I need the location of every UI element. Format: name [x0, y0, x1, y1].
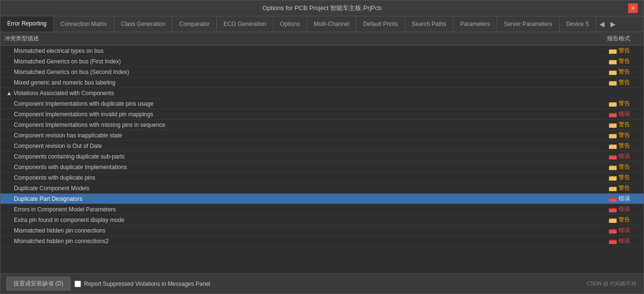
tab-server-parameters[interactable]: Server Parameters: [497, 16, 560, 32]
tab-search-paths[interactable]: Search Paths: [405, 16, 453, 32]
col-report-header: 报告格式: [582, 35, 640, 43]
row-badge: 警告: [582, 184, 640, 192]
table-row[interactable]: Errors in Component Model Parameters 错误: [0, 204, 644, 215]
svg-rect-13: [609, 177, 617, 181]
svg-rect-8: [609, 124, 617, 128]
dialog-title: Options for PCB Project 智能车主板.PrjPcb: [16, 4, 628, 12]
bottom-bar: 设置成安装缺省 (D) Report Suppressed Violations…: [0, 273, 644, 294]
svg-rect-11: [609, 156, 617, 159]
group-label: ▲ Violations Associated with Components: [4, 90, 640, 97]
row-label: Component revision has inapplicable stat…: [4, 132, 582, 139]
tab-eco-generation[interactable]: ECO Generation: [217, 16, 274, 32]
row-badge: 警告: [582, 99, 640, 108]
table-row[interactable]: Mismatched Generics on bus (Second Index…: [0, 67, 644, 77]
tab-device-s[interactable]: Device S: [560, 16, 596, 32]
suppress-violations-checkbox[interactable]: [74, 281, 81, 287]
row-badge: 警告: [582, 173, 640, 182]
col-description-header: 冲突类型描述: [4, 35, 582, 43]
set-default-button[interactable]: 设置成安装缺省 (D): [6, 277, 71, 291]
tab-error-reporting[interactable]: Error Reporting: [0, 16, 54, 32]
svg-rect-15: [609, 198, 617, 202]
table-row[interactable]: Mismatched hidden pin connections 错误: [0, 225, 644, 236]
tab-connection-matrix[interactable]: Connection Matrix: [54, 16, 114, 32]
row-badge: 错误: [582, 205, 640, 213]
svg-rect-9: [609, 135, 617, 138]
row-label: Mixed generic and numeric bus labeling: [4, 79, 582, 86]
svg-rect-2: [609, 50, 617, 54]
tab-parameters[interactable]: Parameters: [453, 16, 497, 32]
tab-scroll-right[interactable]: ▶: [608, 16, 619, 32]
row-label: Components containing duplicate sub-part…: [4, 153, 582, 160]
row-badge: 警告: [582, 216, 640, 224]
row-label: Mismatched electrical types on bus: [4, 48, 582, 54]
table-header: 冲突类型描述 报告格式: [0, 32, 644, 46]
tab-scroll-left[interactable]: ◀: [596, 16, 608, 32]
svg-rect-10: [609, 146, 617, 149]
table-row[interactable]: Components containing duplicate sub-part…: [0, 151, 644, 162]
row-badge: 警告: [582, 68, 640, 76]
table-body[interactable]: Mismatched electrical types on bus 警告 Mi…: [0, 46, 644, 273]
row-label: Components with duplicate Implementation…: [4, 164, 582, 171]
svg-rect-5: [609, 82, 617, 86]
table-row[interactable]: Mismatched electrical types on bus 警告: [0, 46, 644, 56]
row-label: Extra pin found in component display mod…: [4, 217, 582, 223]
tab-default-prints[interactable]: Default Prints: [357, 16, 405, 32]
svg-rect-19: [609, 241, 617, 244]
table-row-selected[interactable]: Duplicate Part Designators 错误: [0, 194, 644, 204]
table-row[interactable]: Component revision has inapplicable stat…: [0, 130, 644, 141]
row-badge: 警告: [582, 78, 640, 86]
row-badge: 警告: [582, 121, 640, 129]
svg-rect-18: [609, 230, 617, 233]
row-badge: 错误: [582, 226, 640, 234]
row-badge: 错误: [582, 237, 640, 245]
table-row[interactable]: Mixed generic and numeric bus labeling 警…: [0, 77, 644, 88]
tab-options[interactable]: Options: [274, 16, 307, 32]
svg-rect-6: [609, 103, 617, 107]
row-label: Component Implementations with missing p…: [4, 122, 582, 128]
tab-comparator[interactable]: Comparator: [172, 16, 216, 32]
row-badge: 错误: [582, 152, 640, 160]
close-button[interactable]: ×: [628, 3, 638, 13]
table-row[interactable]: Component Implementations with invalid p…: [0, 109, 644, 120]
row-label: Duplicate Part Designators: [4, 196, 582, 202]
row-badge: 警告: [582, 47, 640, 55]
row-label: Errors in Component Model Parameters: [4, 206, 582, 213]
row-badge: 警告: [582, 57, 640, 65]
table-row[interactable]: Component Implementations with duplicate…: [0, 98, 644, 109]
row-label: Component Implementations with invalid p…: [4, 111, 582, 118]
table-row[interactable]: Component revision is Out of Date 警告: [0, 141, 644, 151]
row-label: Components with duplicate pins: [4, 174, 582, 181]
svg-rect-3: [609, 61, 617, 64]
row-label: Mismatched Generics on bus (First Index): [4, 58, 582, 65]
checkbox-row: Report Suppressed Violations in Messages…: [74, 281, 210, 287]
row-badge: 错误: [582, 195, 640, 203]
svg-rect-16: [609, 209, 617, 212]
table-row[interactable]: Duplicate Component Models 警告: [0, 183, 644, 194]
table-row-group[interactable]: ▲ Violations Associated with Components: [0, 88, 644, 98]
table-row[interactable]: Mismatched Generics on bus (First Index)…: [0, 56, 644, 67]
title-bar: Options for PCB Project 智能车主板.PrjPcb ×: [0, 0, 644, 16]
tab-class-generation[interactable]: Class Generation: [114, 16, 173, 32]
svg-rect-17: [609, 220, 617, 223]
bottom-left: 设置成安装缺省 (D) Report Suppressed Violations…: [6, 277, 210, 291]
row-label: Mismatched hidden pin connections2: [4, 238, 582, 245]
row-badge: 警告: [582, 142, 640, 150]
row-label: Component Implementations with duplicate…: [4, 100, 582, 107]
table-row[interactable]: Component Implementations with missing p…: [0, 120, 644, 130]
row-badge: 错误: [582, 110, 640, 118]
suppress-violations-label: Report Suppressed Violations in Messages…: [84, 281, 210, 287]
table-row[interactable]: Mismatched hidden pin connections2 错误: [0, 236, 644, 246]
row-label: Duplicate Component Models: [4, 185, 582, 192]
row-label: Component revision is Out of Date: [4, 143, 582, 149]
content-area: 冲突类型描述 报告格式 Mismatched electrical types …: [0, 32, 644, 273]
svg-rect-7: [609, 114, 617, 117]
tab-bar: Error Reporting Connection Matrix Class …: [0, 16, 644, 32]
row-badge: 警告: [582, 131, 640, 139]
table-row[interactable]: Extra pin found in component display mod…: [0, 215, 644, 225]
dialog: Options for PCB Project 智能车主板.PrjPcb × E…: [0, 0, 644, 294]
row-label: Mismatched Generics on bus (Second Index…: [4, 69, 582, 75]
tab-multi-channel[interactable]: Multi-Channel: [307, 16, 357, 32]
table-row[interactable]: Components with duplicate pins 警告: [0, 172, 644, 183]
table-row[interactable]: Components with duplicate Implementation…: [0, 162, 644, 172]
row-label: Mismatched hidden pin connections: [4, 227, 582, 234]
